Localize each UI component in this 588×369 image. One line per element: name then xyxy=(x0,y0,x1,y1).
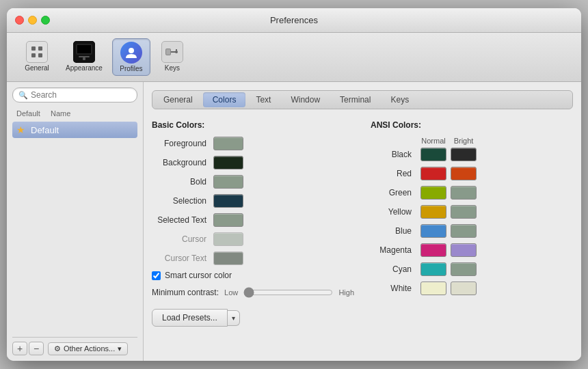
ansi-red-normal-swatch[interactable] xyxy=(420,167,446,180)
ansi-red-label: Red xyxy=(371,169,418,178)
keys-label: Keys xyxy=(165,64,180,72)
general-label: General xyxy=(25,64,49,72)
maximize-button[interactable] xyxy=(41,16,50,25)
ansi-colors-section: ANSI Colors: Normal Bright Black Red xyxy=(371,120,573,353)
color-row-selection: Selection xyxy=(152,194,354,208)
ansi-cyan-bright-swatch[interactable] xyxy=(451,262,477,276)
tab-terminal[interactable]: Terminal xyxy=(330,92,380,107)
color-row-cursor: Cursor xyxy=(152,232,354,246)
dropdown-arrow-icon: ▾ xyxy=(232,314,235,322)
content-area: 🔍 Default Name ★ Default + − xyxy=(7,82,581,361)
color-row-bold: Bold xyxy=(152,175,354,189)
ansi-yellow-label: Yellow xyxy=(371,207,418,217)
smart-cursor-row: Smart cursor color xyxy=(152,271,354,280)
smart-cursor-checkbox[interactable] xyxy=(152,271,161,280)
svg-rect-0 xyxy=(31,46,36,51)
high-label: High xyxy=(338,288,354,297)
basic-colors-section: Basic Colors: Foreground Background Bold xyxy=(152,120,354,353)
ansi-green-bright-swatch[interactable] xyxy=(451,186,477,200)
preferences-window: Preferences General xyxy=(7,8,581,361)
tab-colors[interactable]: Colors xyxy=(203,92,246,107)
contrast-slider[interactable] xyxy=(243,287,333,298)
header-default: Default xyxy=(16,109,51,118)
ansi-normal-header: Normal xyxy=(418,137,449,145)
toolbar-general[interactable]: General xyxy=(18,38,56,76)
ansi-row-black: Black xyxy=(371,148,573,161)
keys-icon xyxy=(161,41,183,63)
svg-rect-1 xyxy=(38,46,42,51)
ansi-header-row: Normal Bright xyxy=(371,137,573,145)
remove-profile-button[interactable]: − xyxy=(29,342,44,355)
main-panel: General Colors Text Window Terminal Keys xyxy=(144,82,581,361)
ansi-yellow-bright-swatch[interactable] xyxy=(451,205,477,219)
appearance-icon xyxy=(73,41,95,63)
default-star-icon: ★ xyxy=(16,124,25,135)
profiles-label: Profiles xyxy=(120,65,142,72)
ansi-magenta-label: Magenta xyxy=(371,245,418,255)
search-icon: 🔍 xyxy=(18,91,28,100)
load-presets-row: Load Presets... ▾ xyxy=(152,309,354,327)
ansi-black-normal-swatch[interactable] xyxy=(420,148,446,161)
toolbar-profiles[interactable]: Profiles xyxy=(112,38,150,76)
tab-bar: General Colors Text Window Terminal Keys xyxy=(152,90,573,109)
bold-label: Bold xyxy=(152,177,213,187)
ansi-green-label: Green xyxy=(371,188,418,197)
color-row-background: Background xyxy=(152,156,354,169)
ansi-blue-normal-swatch[interactable] xyxy=(420,224,446,238)
cursor-swatch[interactable] xyxy=(213,232,243,246)
selection-swatch[interactable] xyxy=(213,194,243,208)
search-input[interactable] xyxy=(31,90,133,100)
ansi-magenta-normal-swatch[interactable] xyxy=(420,243,446,257)
close-button[interactable] xyxy=(15,16,24,25)
toolbar-keys[interactable]: Keys xyxy=(153,38,191,76)
ansi-white-bright-swatch[interactable] xyxy=(451,282,477,295)
add-profile-button[interactable]: + xyxy=(12,342,27,355)
foreground-label: Foreground xyxy=(152,139,213,148)
ansi-row-yellow: Yellow xyxy=(371,205,573,219)
basic-colors-title: Basic Colors: xyxy=(152,120,354,130)
ansi-cyan-normal-swatch[interactable] xyxy=(420,262,446,276)
ansi-white-normal-swatch[interactable] xyxy=(420,282,446,295)
tab-general[interactable]: General xyxy=(154,92,202,107)
profile-item-default[interactable]: ★ Default xyxy=(12,122,137,138)
color-row-cursor-text: Cursor Text xyxy=(152,251,354,265)
ansi-red-bright-swatch[interactable] xyxy=(451,167,477,180)
load-presets-arrow[interactable]: ▾ xyxy=(228,310,240,326)
ansi-row-white: White xyxy=(371,282,573,295)
ansi-cyan-label: Cyan xyxy=(371,264,418,274)
appearance-label: Appearance xyxy=(66,64,103,72)
selected-text-swatch[interactable] xyxy=(213,213,243,227)
contrast-label: Minimum contrast: xyxy=(152,288,219,297)
svg-rect-2 xyxy=(31,53,36,57)
minimize-button[interactable] xyxy=(28,16,37,25)
ansi-green-normal-swatch[interactable] xyxy=(420,186,446,200)
tab-window[interactable]: Window xyxy=(281,92,330,107)
ansi-magenta-bright-swatch[interactable] xyxy=(451,243,477,257)
color-row-foreground: Foreground xyxy=(152,137,354,150)
ansi-row-magenta: Magenta xyxy=(371,243,573,257)
other-actions-button[interactable]: ⚙ Other Actions... ▾ xyxy=(48,342,128,355)
background-label: Background xyxy=(152,158,213,167)
ansi-yellow-normal-swatch[interactable] xyxy=(420,205,446,219)
toolbar-appearance[interactable]: Appearance xyxy=(59,38,109,76)
tab-text[interactable]: Text xyxy=(246,92,280,107)
background-swatch[interactable] xyxy=(213,156,243,169)
cursor-text-swatch[interactable] xyxy=(213,251,243,265)
toolbar: General Appearance xyxy=(7,33,581,82)
svg-rect-8 xyxy=(83,57,85,60)
svg-rect-6 xyxy=(77,45,91,53)
bold-swatch[interactable] xyxy=(213,175,243,189)
foreground-swatch[interactable] xyxy=(213,137,243,150)
cursor-text-label: Cursor Text xyxy=(152,254,213,263)
profile-name-default: Default xyxy=(31,125,59,135)
ansi-black-bright-swatch[interactable] xyxy=(451,148,477,161)
load-presets-button[interactable]: Load Presets... xyxy=(152,309,228,327)
svg-rect-3 xyxy=(38,53,42,57)
profiles-icon xyxy=(120,42,142,64)
ansi-blue-bright-swatch[interactable] xyxy=(451,224,477,238)
profile-list: ★ Default xyxy=(12,122,137,337)
window-title: Preferences xyxy=(270,15,318,25)
search-bar[interactable]: 🔍 xyxy=(12,87,137,102)
tab-keys[interactable]: Keys xyxy=(381,92,418,107)
smart-cursor-label: Smart cursor color xyxy=(165,271,232,280)
